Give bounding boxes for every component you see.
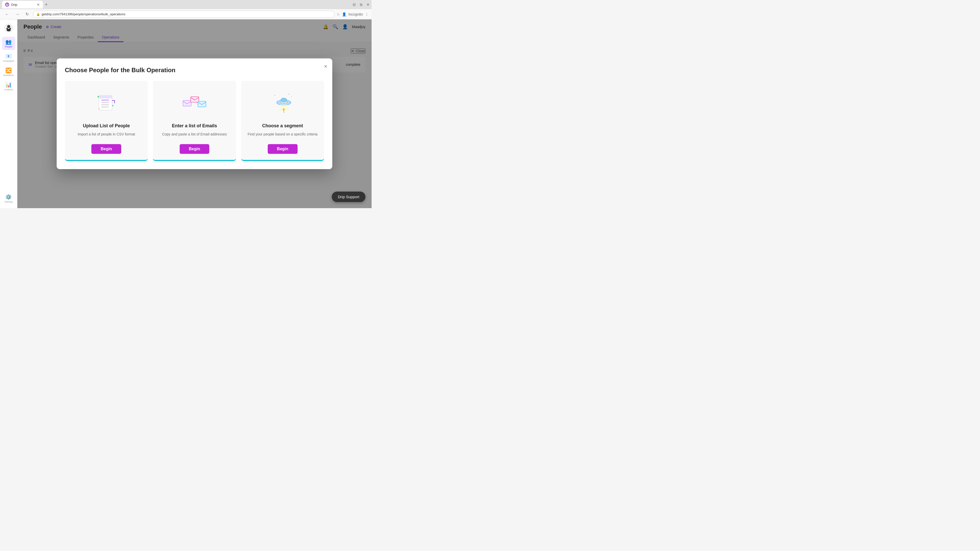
svg-point-6: [10, 28, 11, 29]
lock-icon: 🔒: [36, 13, 40, 16]
modal-cards-container: Upload List of People Import a list of p…: [65, 81, 324, 161]
modal-dialog: Choose People for the Bulk Operation ×: [57, 59, 332, 169]
analytics-icon: 📊: [5, 82, 12, 88]
url-text: getdrip.com/7641396/people/operations#bu…: [41, 12, 125, 16]
sidebar-label-campaigns: Campaigns: [3, 60, 14, 62]
settings-icon: ⚙️: [5, 194, 12, 200]
new-tab-button[interactable]: +: [43, 2, 50, 7]
main-content: People ⊕ Create 🔔 🔍 👤 Maadjoy Dashboard …: [18, 19, 372, 208]
svg-rect-12: [101, 106, 109, 108]
profile-icon[interactable]: 👤: [342, 12, 346, 16]
close-window-icon[interactable]: ✕: [366, 3, 369, 6]
svg-point-27: [291, 97, 292, 97]
incognito-label: Incognito: [348, 12, 363, 16]
modal-overlay: Choose People for the Bulk Operation ×: [18, 19, 372, 208]
sidebar-item-campaigns[interactable]: 📧 Campaigns: [2, 51, 15, 64]
drip-logo: [3, 22, 14, 34]
svg-point-28: [289, 94, 290, 95]
svg-rect-16: [183, 100, 191, 106]
card-choose-segment: Choose a segment Find your people based …: [241, 81, 324, 161]
svg-point-26: [275, 95, 275, 96]
svg-rect-17: [191, 97, 199, 102]
card-title-upload: Upload List of People: [83, 123, 130, 129]
bookmark-icon[interactable]: ☆: [337, 12, 340, 16]
browser-chrome: Drip ✕ + ⊟ ⧉ ✕ ← → ↻ 🔒 getdrip.com/76413…: [0, 0, 372, 19]
svg-rect-18: [198, 101, 206, 107]
tab-close-button[interactable]: ✕: [37, 3, 40, 6]
card-title-emails: Enter a list of Emails: [172, 123, 217, 129]
svg-rect-11: [101, 104, 109, 105]
svg-point-5: [6, 28, 8, 29]
campaigns-icon: 📧: [5, 53, 12, 59]
modal-close-button[interactable]: ×: [324, 64, 327, 69]
forward-button[interactable]: →: [13, 11, 21, 17]
modal-title: Choose People for the Bulk Operation: [65, 67, 324, 74]
segment-illustration: [270, 89, 295, 117]
svg-point-15: [99, 108, 100, 110]
svg-point-1: [6, 3, 8, 5]
nav-right-actions: ☆ 👤 Incognito ⋮: [337, 12, 369, 16]
card-desc-upload: Import a list of people in CSV format: [78, 132, 135, 137]
sidebar-label-workflows: Workflows: [3, 74, 14, 76]
browser-tab[interactable]: Drip ✕: [2, 1, 43, 8]
tab-favicon: [5, 3, 9, 6]
sidebar-label-analytics: Analytics: [4, 88, 13, 91]
card-title-segment: Choose a segment: [262, 123, 303, 129]
sidebar-item-analytics[interactable]: 📊 Analytics: [2, 79, 15, 93]
svg-rect-9: [101, 100, 109, 101]
svg-rect-8: [99, 95, 112, 98]
svg-point-3: [7, 25, 10, 28]
people-icon: 👥: [5, 39, 12, 45]
card-upload-list: Upload List of People Import a list of p…: [65, 81, 148, 161]
minimize-icon[interactable]: ⊟: [353, 3, 356, 6]
svg-point-25: [286, 103, 287, 103]
app-container: 👥 People 📧 Campaigns 🔀 Workflows 📊 Analy…: [0, 19, 372, 208]
email-illustration: [180, 89, 208, 117]
drip-support-button[interactable]: Drip Support: [332, 192, 366, 202]
svg-point-24: [283, 103, 284, 104]
back-button[interactable]: ←: [3, 11, 11, 17]
svg-point-23: [280, 103, 282, 103]
window-controls: ⊟ ⧉ ✕: [353, 3, 369, 7]
title-bar: Drip ✕ + ⊟ ⧉ ✕: [0, 0, 372, 9]
tab-title: Drip: [11, 3, 18, 6]
svg-point-13: [97, 96, 99, 97]
begin-button-upload[interactable]: Begin: [91, 144, 121, 154]
address-bar-row: ← → ↻ 🔒 getdrip.com/7641396/people/opera…: [0, 9, 372, 19]
svg-rect-10: [101, 102, 109, 103]
workflows-icon: 🔀: [5, 67, 12, 73]
sidebar: 👥 People 📧 Campaigns 🔀 Workflows 📊 Analy…: [0, 19, 18, 208]
sidebar-label-settings: Settings: [4, 200, 13, 203]
csv-illustration: [94, 89, 119, 117]
card-desc-emails: Copy and paste a list of Email addresses: [162, 132, 227, 137]
sidebar-label-people: People: [5, 45, 12, 48]
begin-button-segment[interactable]: Begin: [268, 144, 298, 154]
card-desc-segment: Find your people based on a specific cri…: [248, 132, 318, 137]
svg-point-20: [281, 98, 287, 102]
svg-point-14: [112, 105, 113, 106]
sidebar-item-settings[interactable]: ⚙️ Settings: [2, 192, 15, 205]
sidebar-item-workflows[interactable]: 🔀 Workflows: [2, 65, 15, 79]
address-bar[interactable]: 🔒 getdrip.com/7641396/people/operations#…: [33, 11, 334, 18]
reload-button[interactable]: ↻: [24, 11, 31, 17]
begin-button-emails[interactable]: Begin: [180, 144, 209, 154]
maximize-icon[interactable]: ⧉: [360, 3, 363, 7]
card-enter-emails: Enter a list of Emails Copy and paste a …: [153, 81, 236, 161]
sidebar-item-people[interactable]: 👥 People: [2, 37, 15, 50]
menu-icon[interactable]: ⋮: [365, 12, 369, 16]
svg-point-21: [283, 108, 285, 110]
